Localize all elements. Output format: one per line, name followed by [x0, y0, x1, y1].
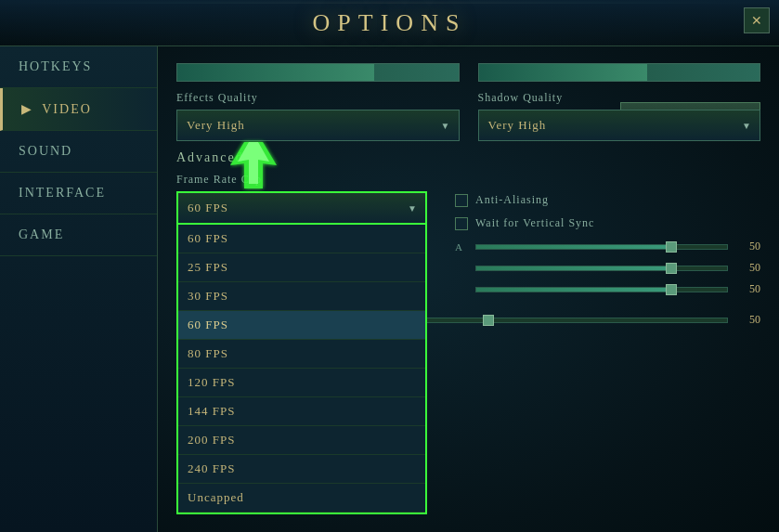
top-sliders [176, 63, 760, 82]
close-button[interactable]: ✕ [744, 7, 770, 33]
fps-option-0[interactable]: 60 FPS [178, 225, 425, 253]
shadow-quality-dropdown[interactable]: Very High ▼ [478, 110, 761, 141]
slider-value-2: 50 [737, 261, 760, 275]
sidebar: HOTKEYS ▶ VIDEO SOUND INTERFACE GAME [0, 46, 158, 532]
fps-option-1[interactable]: 25 FPS [178, 253, 425, 282]
effects-quality-arrow-icon: ▼ [441, 121, 451, 131]
sidebar-arrow-icon: ▶ [21, 102, 33, 116]
fps-option-5[interactable]: 120 FPS [178, 369, 425, 397]
effects-quality-value: Very High [187, 118, 245, 132]
sidebar-item-video[interactable]: ▶ VIDEO [0, 88, 157, 131]
page-title: OPTIONS [313, 9, 467, 37]
fps-arrow-icon: ▼ [408, 203, 418, 214]
sidebar-item-hotkeys[interactable]: HOTKEYS [0, 46, 157, 88]
effects-quality-label: Effects Quality [176, 91, 460, 105]
slider-track-3[interactable] [475, 287, 728, 292]
fps-option-6[interactable]: 144 FPS [178, 397, 425, 426]
fps-dropdown-container: 60 FPS ▼ 60 FPS 25 FPS 30 FPS 60 FPS 80 … [176, 191, 427, 225]
fps-option-7[interactable]: 200 FPS [178, 426, 425, 455]
vsync-item: Wait for Vertical Sync [455, 216, 760, 230]
fps-main-dropdown[interactable]: 60 FPS ▼ [176, 191, 427, 225]
slider-track-1[interactable] [475, 244, 728, 250]
shadow-quality-group: Shadow Quality Very High ▼ [478, 91, 761, 141]
slider-value-3: 50 [737, 282, 760, 296]
slider-track-2[interactable] [475, 266, 728, 271]
color-contrast-thumb[interactable] [483, 315, 494, 326]
slider-row-3: 50 [455, 282, 760, 296]
fps-option-9[interactable]: Uncapped [178, 484, 425, 513]
color-contrast-value: 50 [737, 313, 760, 327]
frame-rate-section: Frame Rate Cap 60 FPS ▼ 60 FPS 25 FPS 30… [176, 173, 760, 304]
sidebar-item-game[interactable]: GAME [0, 214, 157, 256]
anti-aliasing-label: Anti-Aliasing [475, 193, 549, 207]
frame-rate-cap-label: Frame Rate Cap [176, 173, 436, 187]
frame-rate-right: Anti-Aliasing Wait for Vertical Sync A 5… [455, 173, 760, 304]
quality-row: Effects Quality Very High ▼ Shadow Quali… [176, 91, 760, 141]
frame-rate-left: Frame Rate Cap 60 FPS ▼ 60 FPS 25 FPS 30… [176, 173, 436, 304]
sliders-section: A 50 50 [455, 240, 760, 296]
anti-aliasing-item: Anti-Aliasing [455, 193, 760, 207]
fps-option-2[interactable]: 30 FPS [178, 282, 425, 311]
checkbox-group: Anti-Aliasing Wait for Vertical Sync [455, 193, 760, 230]
sidebar-item-sound[interactable]: SOUND [0, 131, 157, 173]
slider-row-1: A 50 [455, 240, 760, 253]
fps-option-4[interactable]: 80 FPS [178, 340, 425, 369]
vsync-label: Wait for Vertical Sync [475, 216, 594, 230]
main-content: Restore Defaults Effects Quality Very Hi… [158, 46, 779, 532]
slider-row-2: 50 [455, 261, 760, 275]
anti-aliasing-checkbox[interactable] [455, 194, 468, 207]
sidebar-item-interface[interactable]: INTERFACE [0, 173, 157, 214]
fps-selected-value: 60 FPS [188, 201, 228, 214]
top-slider-left[interactable] [176, 63, 460, 82]
vsync-checkbox[interactable] [455, 217, 468, 230]
slider-value-1: 50 [737, 240, 760, 253]
fps-dropdown-list: 60 FPS 25 FPS 30 FPS 60 FPS 80 FPS 120 F… [176, 225, 427, 514]
effects-quality-dropdown[interactable]: Very High ▼ [176, 110, 460, 141]
fps-option-8[interactable]: 240 FPS [178, 455, 425, 484]
title-bar: OPTIONS [0, 0, 779, 46]
shadow-quality-value: Very High [488, 118, 547, 132]
slider-label-1: A [455, 241, 466, 253]
fps-option-3[interactable]: 60 FPS [178, 311, 425, 340]
shadow-quality-arrow-icon: ▼ [742, 121, 752, 131]
top-slider-right[interactable] [478, 63, 761, 82]
advanced-label: Advanced [176, 150, 760, 165]
effects-quality-group: Effects Quality Very High ▼ [176, 91, 460, 141]
